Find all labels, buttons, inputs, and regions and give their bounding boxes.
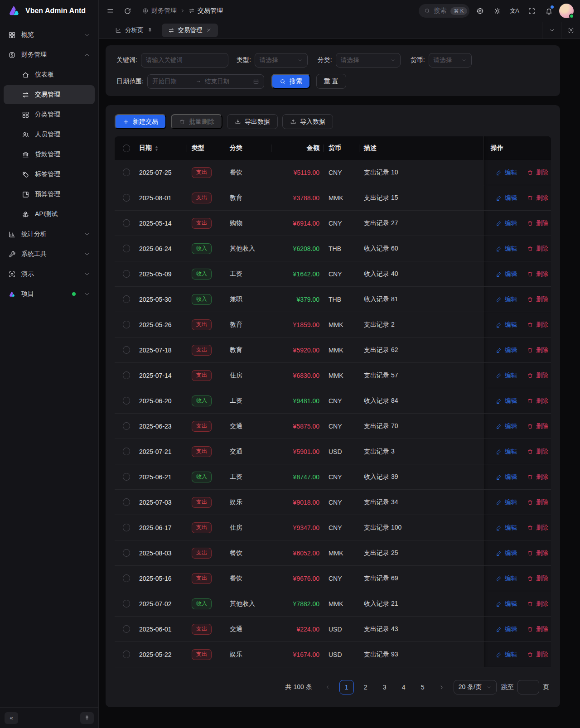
sidebar-collapse-button[interactable]: « [5, 712, 18, 724]
edit-link[interactable]: 编辑 [496, 397, 517, 405]
edit-link[interactable]: 编辑 [496, 574, 517, 583]
page-button-1[interactable]: 1 [339, 680, 354, 694]
row-checkbox[interactable] [123, 219, 130, 227]
sidebar-item-system-tools[interactable]: 系统工具 [4, 245, 95, 264]
sort-icons[interactable] [155, 145, 159, 151]
jump-page-input[interactable] [517, 680, 539, 694]
notifications-button[interactable] [542, 4, 556, 18]
delete-link[interactable]: 删除 [527, 245, 548, 253]
delete-link[interactable]: 删除 [527, 574, 548, 583]
delete-link[interactable]: 删除 [527, 321, 548, 329]
row-checkbox[interactable] [123, 625, 130, 633]
logo-row[interactable]: Vben Admin Antd [0, 0, 98, 22]
edit-link[interactable]: 编辑 [496, 625, 517, 633]
breadcrumb-parent[interactable]: 财务管理 [142, 7, 177, 15]
row-checkbox[interactable] [123, 498, 130, 506]
sidebar-item-categories[interactable]: 分类管理 [4, 105, 95, 124]
settings-button[interactable] [473, 4, 487, 18]
edit-link[interactable]: 编辑 [496, 169, 517, 177]
delete-link[interactable]: 删除 [527, 498, 548, 506]
edit-link[interactable]: 编辑 [496, 321, 517, 329]
delete-link[interactable]: 删除 [527, 473, 548, 481]
edit-link[interactable]: 编辑 [496, 245, 517, 253]
row-checkbox[interactable] [123, 371, 130, 379]
edit-link[interactable]: 编辑 [496, 651, 517, 659]
edit-link[interactable]: 编辑 [496, 219, 517, 227]
edit-link[interactable]: 编辑 [496, 549, 517, 557]
sidebar-item-statistics[interactable]: 统计分析 [4, 225, 95, 244]
edit-link[interactable]: 编辑 [496, 473, 517, 481]
row-checkbox[interactable] [123, 473, 130, 481]
edit-link[interactable]: 编辑 [496, 448, 517, 456]
sidebar-item-demo[interactable]: 演示 [4, 265, 95, 284]
sidebar-item-project[interactable]: 项目 [4, 284, 95, 304]
row-checkbox[interactable] [123, 295, 130, 303]
row-checkbox[interactable] [123, 270, 130, 278]
sidebar-item-overview[interactable]: 概览 [4, 25, 95, 44]
edit-link[interactable]: 编辑 [496, 600, 517, 608]
delete-link[interactable]: 删除 [527, 397, 548, 405]
row-checkbox[interactable] [123, 397, 130, 405]
sidebar-item-loans[interactable]: 贷款管理 [4, 145, 95, 164]
row-checkbox[interactable] [123, 194, 130, 202]
language-button[interactable]: 文A [508, 4, 521, 18]
edit-link[interactable]: 编辑 [496, 524, 517, 532]
select-all-checkbox[interactable] [123, 145, 130, 152]
import-data-button[interactable]: 导入数据 [282, 114, 333, 129]
edit-link[interactable]: 编辑 [496, 295, 517, 304]
fullscreen-button[interactable] [525, 4, 538, 18]
keyword-input[interactable]: 请输入关键词 [141, 53, 228, 67]
prev-page-button[interactable] [320, 680, 335, 694]
pin-icon[interactable] [147, 28, 153, 33]
delete-link[interactable]: 删除 [527, 625, 548, 633]
row-checkbox[interactable] [123, 574, 130, 582]
delete-link[interactable]: 删除 [527, 651, 548, 659]
tab-analysis[interactable]: 分析页 [109, 24, 159, 37]
edit-link[interactable]: 编辑 [496, 422, 517, 430]
edit-link[interactable]: 编辑 [496, 498, 517, 506]
edit-link[interactable]: 编辑 [496, 346, 517, 354]
sidebar-item-dashboard[interactable]: 仪表板 [4, 65, 95, 84]
delete-link[interactable]: 删除 [527, 219, 548, 227]
create-transaction-button[interactable]: 新建交易 [115, 114, 166, 129]
row-checkbox[interactable] [123, 524, 130, 531]
row-checkbox[interactable] [123, 600, 130, 607]
row-checkbox[interactable] [123, 321, 130, 328]
content-maximize-button[interactable] [561, 22, 580, 39]
next-page-button[interactable] [435, 680, 449, 694]
row-checkbox[interactable] [123, 245, 130, 252]
delete-link[interactable]: 删除 [527, 549, 548, 557]
export-data-button[interactable]: 导出数据 [227, 114, 278, 129]
search-button[interactable]: 搜索 [271, 74, 310, 89]
sidebar-item-budget[interactable]: 预算管理 [4, 185, 95, 204]
page-button-2[interactable]: 2 [358, 680, 373, 694]
delete-link[interactable]: 删除 [527, 295, 548, 304]
row-checkbox[interactable] [123, 422, 130, 430]
user-avatar[interactable] [559, 4, 574, 18]
global-search[interactable]: 搜索 ⌘ K [419, 4, 469, 18]
sidebar-pin-button[interactable] [80, 712, 94, 724]
tab-transactions[interactable]: 交易管理 [162, 24, 218, 37]
refresh-button[interactable] [121, 4, 134, 18]
delete-link[interactable]: 删除 [527, 194, 548, 202]
sidebar-item-transactions[interactable]: 交易管理 [4, 85, 95, 104]
page-button-4[interactable]: 4 [396, 680, 411, 694]
page-button-5[interactable]: 5 [416, 680, 430, 694]
category-select[interactable]: 请选择 [336, 53, 401, 67]
edit-link[interactable]: 编辑 [496, 194, 517, 202]
delete-link[interactable]: 删除 [527, 371, 548, 380]
reset-button[interactable]: 重 置 [316, 74, 346, 89]
delete-link[interactable]: 删除 [527, 600, 548, 608]
delete-link[interactable]: 删除 [527, 346, 548, 354]
close-icon[interactable] [206, 28, 212, 33]
delete-link[interactable]: 删除 [527, 169, 548, 177]
menu-toggle-button[interactable] [103, 4, 117, 18]
sidebar-item-personnel[interactable]: 人员管理 [4, 125, 95, 144]
tab-options-button[interactable] [542, 22, 561, 39]
edit-link[interactable]: 编辑 [496, 270, 517, 278]
row-checkbox[interactable] [123, 549, 130, 557]
delete-link[interactable]: 删除 [527, 422, 548, 430]
date-range-picker[interactable]: 开始日期 结束日期 [147, 74, 264, 89]
edit-link[interactable]: 编辑 [496, 371, 517, 380]
row-checkbox[interactable] [123, 448, 130, 455]
